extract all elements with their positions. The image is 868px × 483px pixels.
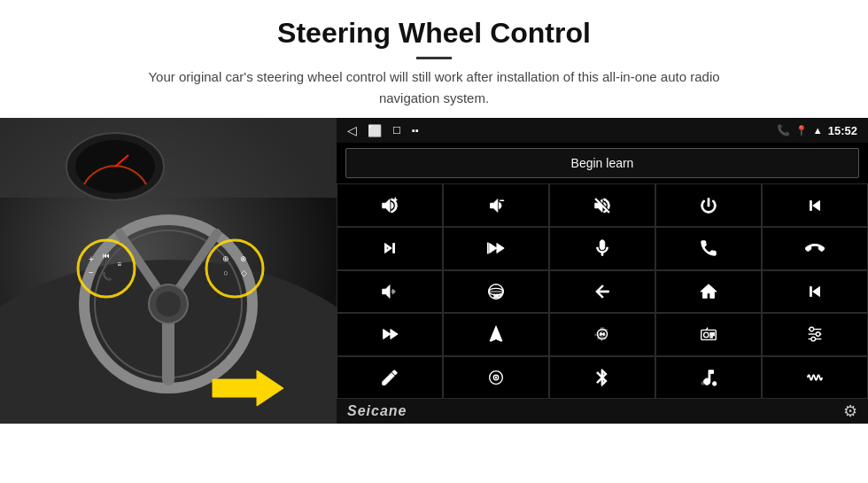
status-left: ◁ ⬜ ☐ ▪▪ bbox=[347, 123, 419, 137]
svg-text:−: − bbox=[500, 197, 505, 205]
ctrl-mixer[interactable] bbox=[762, 313, 868, 356]
steering-wheel-svg: + − ⏮ ≡ 📞 ⊕ ⊗ ○ ◇ bbox=[0, 118, 337, 424]
ctrl-360[interactable]: 360° bbox=[443, 270, 549, 314]
ctrl-hangup[interactable] bbox=[762, 227, 868, 270]
seicane-bar: Seicane ⚙ bbox=[337, 399, 868, 424]
svg-point-44 bbox=[810, 328, 814, 332]
content-section: + − ⏮ ≡ 📞 ⊕ ⊗ ○ ◇ bbox=[0, 118, 868, 483]
page-container: Steering Wheel Control Your original car… bbox=[0, 0, 868, 483]
page-title: Steering Wheel Control bbox=[35, 16, 833, 50]
home-status-icon: ⬜ bbox=[368, 124, 382, 137]
ctrl-ff-pause[interactable] bbox=[443, 227, 549, 270]
svg-text:⚙: ⚙ bbox=[712, 380, 717, 386]
svg-point-45 bbox=[816, 332, 820, 337]
svg-text:○: ○ bbox=[223, 269, 228, 277]
ctrl-horn[interactable] bbox=[337, 270, 443, 314]
svg-point-50 bbox=[701, 382, 705, 386]
ctrl-vol-down[interactable]: − bbox=[443, 183, 549, 227]
svg-rect-37 bbox=[710, 333, 715, 334]
ctrl-next[interactable] bbox=[337, 227, 443, 270]
svg-point-36 bbox=[704, 333, 709, 339]
begin-learn-button[interactable]: Begin learn bbox=[345, 148, 859, 178]
title-divider bbox=[416, 57, 452, 59]
ctrl-home-android[interactable] bbox=[655, 270, 762, 314]
ctrl-mic[interactable] bbox=[549, 227, 655, 270]
svg-text:≡: ≡ bbox=[118, 261, 122, 269]
ctrl-navigate[interactable] bbox=[443, 313, 549, 356]
ctrl-music[interactable]: ⚙ bbox=[655, 356, 762, 400]
wifi-icon: ▲ bbox=[813, 125, 823, 136]
car-bg: + − ⏮ ≡ 📞 ⊕ ⊗ ○ ◇ bbox=[0, 118, 337, 424]
svg-text:⏮: ⏮ bbox=[103, 252, 110, 260]
subtitle-text: Your original car's steering wheel contr… bbox=[124, 66, 744, 109]
status-right: 📞 📍 ▲ 15:52 bbox=[777, 124, 857, 137]
svg-rect-2 bbox=[0, 118, 337, 198]
svg-text:360°: 360° bbox=[493, 294, 502, 299]
car-image: + − ⏮ ≡ 📞 ⊕ ⊗ ○ ◇ bbox=[0, 118, 337, 424]
settings-gear-icon[interactable]: ⚙ bbox=[843, 401, 857, 421]
header-section: Steering Wheel Control Your original car… bbox=[0, 0, 868, 118]
svg-point-49 bbox=[495, 377, 497, 378]
controls-grid: + − bbox=[337, 183, 868, 399]
svg-point-46 bbox=[811, 338, 816, 342]
svg-text:⊕: ⊕ bbox=[222, 254, 229, 263]
ctrl-wave[interactable] bbox=[762, 356, 868, 400]
ctrl-fast-fwd[interactable] bbox=[337, 313, 443, 356]
ctrl-edit[interactable] bbox=[337, 356, 443, 400]
svg-point-12 bbox=[156, 292, 181, 316]
svg-rect-39 bbox=[710, 337, 713, 338]
ctrl-skip-back[interactable] bbox=[762, 270, 868, 314]
begin-learn-bar: Begin learn bbox=[337, 143, 868, 183]
recent-icon: ☐ bbox=[392, 125, 401, 136]
phone-status-icon: 📞 bbox=[777, 124, 790, 136]
android-panel: ◁ ⬜ ☐ ▪▪ 📞 📍 ▲ 15:52 Begin learn bbox=[337, 118, 868, 424]
location-icon: 📍 bbox=[795, 125, 808, 136]
svg-text:+: + bbox=[394, 197, 398, 203]
svg-text:◇: ◇ bbox=[241, 269, 247, 277]
time-display: 15:52 bbox=[828, 124, 857, 137]
ctrl-radio[interactable] bbox=[655, 313, 762, 356]
seicane-logo: Seicane bbox=[347, 403, 407, 419]
svg-text:−: − bbox=[89, 268, 94, 277]
ctrl-prev[interactable] bbox=[762, 183, 868, 227]
ctrl-mute[interactable] bbox=[549, 183, 655, 227]
svg-rect-38 bbox=[710, 335, 715, 336]
back-arrow-icon: ◁ bbox=[347, 123, 357, 137]
svg-text:+: + bbox=[89, 254, 94, 264]
status-bar: ◁ ⬜ ☐ ▪▪ 📞 📍 ▲ 15:52 bbox=[337, 118, 868, 143]
ctrl-phone[interactable] bbox=[655, 227, 762, 270]
ctrl-vol-up[interactable]: + bbox=[337, 183, 443, 227]
media-status-icon: ▪▪ bbox=[412, 125, 419, 136]
ctrl-eq[interactable] bbox=[549, 313, 655, 356]
ctrl-media[interactable] bbox=[443, 356, 549, 400]
svg-text:📞: 📞 bbox=[102, 271, 112, 282]
ctrl-back[interactable] bbox=[549, 270, 655, 314]
ctrl-bluetooth[interactable] bbox=[549, 356, 655, 400]
ctrl-power[interactable] bbox=[655, 183, 762, 227]
svg-text:⊗: ⊗ bbox=[240, 254, 247, 263]
